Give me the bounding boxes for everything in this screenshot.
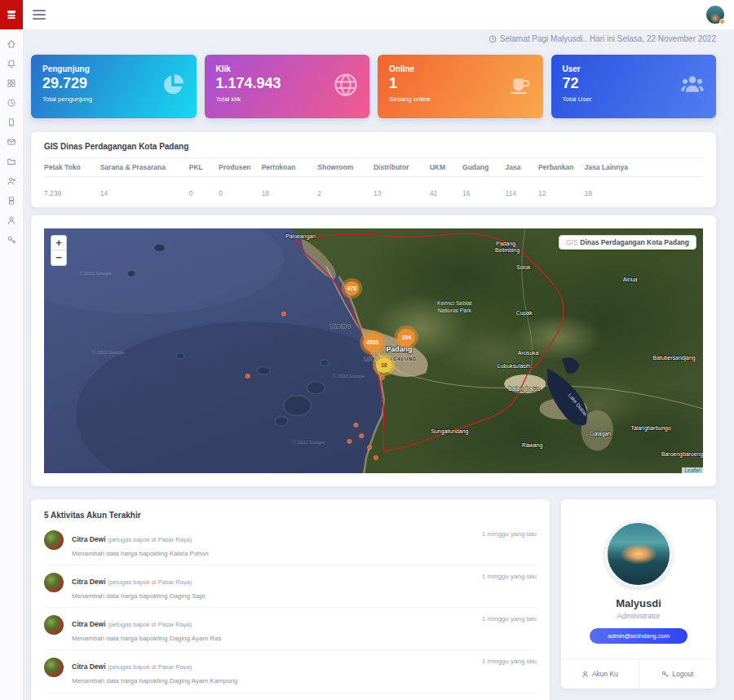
gis-column-value: 13 [374, 189, 430, 197]
map-label: Sungailundang [431, 429, 468, 436]
activity-time: 1 minggu yang lalu [482, 615, 537, 642]
logout-button[interactable]: Logout [639, 659, 717, 689]
map-label: Paloeangan [285, 233, 316, 240]
gis-column-header: Petak Toko [44, 163, 100, 171]
logout-label: Logout [672, 670, 693, 678]
sidebar-item-user-badge[interactable] [0, 171, 23, 191]
gis-map[interactable]: + − GISDinas Perdagangan Kota Padang Lea… [44, 228, 703, 473]
map-attribution-link[interactable]: Leaflet [682, 467, 703, 473]
sidebar-item-user[interactable] [0, 210, 23, 230]
gis-column-value: 42 [430, 189, 462, 197]
zoom-in-button[interactable]: + [51, 236, 66, 250]
map-label: National Park [438, 308, 472, 313]
map-marker-dot[interactable] [374, 456, 378, 460]
sidebar-item-bell[interactable] [0, 54, 23, 73]
profile-card: Malyusdi Administrator admin@sicindang.c… [561, 499, 716, 689]
svg-text:38: 38 [381, 362, 387, 368]
map-label: Rawang [522, 442, 542, 449]
activity-user: Citra Dewi (petugas bapok di Pasar Raya) [72, 662, 192, 671]
gis-table-header: Petak TokoSarana & PrasaranaPKLProdusenP… [44, 157, 703, 177]
map-cluster-marker[interactable]: 38 [373, 354, 396, 376]
sidebar-item-archive[interactable] [0, 191, 23, 210]
stat-card-user: User72Total User [551, 55, 717, 118]
activity-text: Menambah data harga bapokting Katela Poh… [72, 550, 482, 557]
map-label: © 2022 Google [293, 440, 325, 445]
stat-card-klik: Klik1.174.943Total klik [205, 55, 370, 118]
pie-chart-icon [161, 73, 185, 100]
map-cluster-marker[interactable]: 478 [342, 278, 363, 299]
map-marker-dot[interactable] [347, 440, 352, 444]
map-cluster-marker[interactable]: 4531 [360, 330, 385, 355]
sidebar-item-phone[interactable] [0, 113, 23, 132]
map-marker-dot[interactable] [245, 374, 250, 379]
sidebar [0, 29, 23, 700]
topbar [23, 0, 734, 29]
map-label: Solok [516, 264, 531, 270]
globe-icon [334, 73, 358, 100]
key-icon [661, 671, 669, 678]
map-label: Baroengbaroengan [661, 451, 703, 458]
zoom-out-button[interactable]: − [51, 250, 66, 265]
store-logo-icon [5, 8, 18, 21]
activity-avatar [44, 530, 64, 550]
user-badge-icon [7, 176, 16, 186]
menu-toggle-button[interactable] [33, 7, 46, 22]
map-marker-dot[interactable] [354, 423, 358, 428]
activity-row: Citra Dewi (petugas bapok di Pasar Raya)… [44, 693, 537, 700]
map-marker-dot[interactable] [380, 376, 384, 380]
activity-user: Citra Dewi (petugas bapok di Pasar Raya) [72, 535, 192, 543]
user-icon [581, 671, 589, 678]
profile-name: Malyusdi [561, 597, 716, 609]
greeting-text: Selamat Pagi Malyusdi.. Hari ini Selasa,… [500, 34, 716, 43]
mail-icon [7, 137, 16, 147]
phone-icon [7, 117, 16, 127]
main-content: Selamat Pagi Malyusdi.. Hari ini Selasa,… [23, 0, 734, 700]
sidebar-item-folder[interactable] [0, 152, 23, 171]
map-label: Belimbing [495, 247, 520, 254]
users-icon [680, 73, 705, 100]
activity-time: 1 minggu yang lalu [482, 530, 537, 557]
profile-avatar [605, 521, 672, 587]
map-label: Lubuksulasih [497, 364, 530, 370]
gis-column-header: Sarana & Prasarana [100, 163, 189, 171]
topbar-avatar[interactable] [706, 6, 724, 24]
app-logo[interactable] [0, 0, 23, 29]
map-marker-dot[interactable] [360, 434, 364, 438]
svg-text:234: 234 [402, 334, 412, 340]
stat-card-pengunjung: Pengunjung29.729Total pengunjung [31, 55, 197, 118]
cup-icon [507, 73, 532, 100]
map-label: Galagah [590, 431, 611, 437]
map-marker-dot[interactable] [368, 445, 372, 450]
gis-column-value: 0 [189, 189, 219, 197]
map-canvas: PaloeanganPadangBelimbingSolokAirluaKeri… [44, 228, 703, 473]
map-label: Cupak [516, 310, 533, 317]
map-label: TABING [330, 324, 352, 329]
apps-icon [7, 78, 16, 88]
map-marker-dot[interactable] [282, 312, 286, 316]
sidebar-item-key[interactable] [0, 230, 23, 250]
gis-column-header: Jasa [506, 163, 538, 171]
sidebar-item-clock[interactable] [0, 93, 23, 113]
home-icon [7, 39, 16, 49]
key-icon [7, 235, 16, 245]
layer-label: Dinas Perdagangan Kota Padang [580, 238, 689, 246]
activity-row: Citra Dewi (petugas bapok di Pasar Raya)… [44, 565, 537, 608]
activity-user: Citra Dewi (petugas bapok di Pasar Raya) [72, 620, 192, 628]
map-label: © 2022 Google [92, 350, 125, 355]
clock-icon [7, 98, 16, 108]
greeting: Selamat Pagi Malyusdi.. Hari ini Selasa,… [31, 34, 716, 43]
map-layer-control[interactable]: GISDinas Perdagangan Kota Padang [559, 235, 696, 250]
profile-email-badge[interactable]: admin@sicindang.com [590, 628, 688, 644]
sidebar-item-apps[interactable] [0, 73, 23, 93]
gis-table-values: 7.23914001821342161141219 [44, 184, 703, 199]
sidebar-item-mail[interactable] [0, 132, 23, 152]
bell-icon [7, 59, 16, 69]
map-label: Batangbarus [508, 386, 541, 392]
akun-ku-button[interactable]: Akun Ku [561, 659, 639, 689]
sidebar-item-home[interactable] [0, 34, 23, 54]
activity-text: Menambah data harga bapokting Daging Aya… [72, 677, 482, 684]
map-cluster-marker[interactable]: 234 [395, 326, 418, 349]
activity-text: Menambah data harga bapokting Daging Sap… [72, 592, 482, 600]
map-label: © 2022 Google [79, 271, 112, 276]
gis-column-header: Distributor [374, 163, 430, 171]
